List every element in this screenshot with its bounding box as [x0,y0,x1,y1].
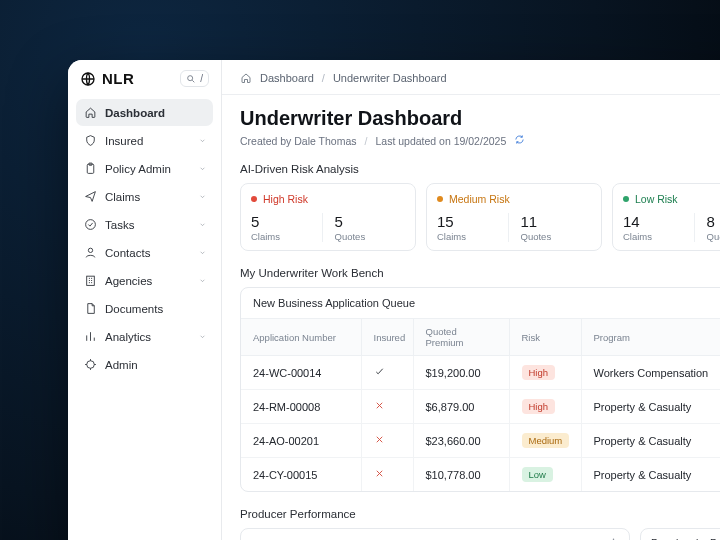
risk-quotes-label: Quotes [707,231,721,242]
user-icon [84,246,97,259]
shield-icon [84,134,97,147]
cell-program: Workers Compensation [581,356,720,390]
cell-risk: Low [509,458,581,492]
col-insured[interactable]: Insured [361,319,413,356]
cell-quoted-premium: $19,200.00 [413,356,509,390]
chevron-down-icon [198,191,207,203]
risk-claims-value: 5 [251,213,322,230]
home-icon [240,72,252,84]
breadcrumb: Dashboard / Underwriter Dashboard [222,60,720,95]
svg-point-4 [86,220,96,230]
crumb-separator: / [322,72,325,84]
sidebar-item-contacts[interactable]: Contacts [76,239,213,266]
sidebar-item-agencies[interactable]: Agencies [76,267,213,294]
crumb-current: Underwriter Dashboard [333,72,447,84]
sidebar-item-admin[interactable]: Admin [76,351,213,378]
workbench-section-title: My Underwriter Work Bench [240,267,720,279]
clipboard-icon [84,162,97,175]
created-by: Created by Dale Thomas [240,135,357,147]
chevron-down-icon [198,135,207,147]
table-row[interactable]: 24-AO-00201$23,660.00MediumProperty & Ca… [241,424,720,458]
check-icon [374,366,385,377]
col-risk[interactable]: Risk [509,319,581,356]
col-program[interactable]: Program [581,319,720,356]
check-icon [84,218,97,231]
search-button[interactable]: / [180,70,209,87]
last-updated: Last updated on 19/02/2025 [375,135,506,147]
sidebar-item-analytics[interactable]: Analytics [76,323,213,350]
cross-icon [374,468,385,479]
risk-badge: High [522,365,556,380]
col-application-number[interactable]: Application Number [241,319,361,356]
sidebar-item-label: Admin [105,359,138,371]
cross-icon [374,434,385,445]
sidebar-item-label: Agencies [105,275,152,287]
settings-icon [84,358,97,371]
search-shortcut: / [200,73,203,84]
bars-icon [84,330,97,343]
risk-card-orange[interactable]: Medium Risk15Claims11Quotes [426,183,602,251]
search-icon [186,74,196,84]
sidebar-item-insured[interactable]: Insured [76,127,213,154]
sidebar-item-tasks[interactable]: Tasks [76,211,213,238]
sidebar-item-label: Documents [105,303,163,315]
risk-level-label: High Risk [263,193,308,205]
risk-claims-label: Claims [623,231,694,242]
brand-text: NLR [102,70,134,87]
sidebar-item-label: Claims [105,191,140,203]
workbench-table: New Business Application Queue Applicati… [240,287,720,492]
risk-badge: Low [522,467,553,482]
table-row[interactable]: 24-RM-00008$6,879.00HighProperty & Casua… [241,390,720,424]
risk-quotes-value: 8 [707,213,721,230]
page-title: Underwriter Dashboard [240,107,720,130]
sidebar-item-label: Insured [105,135,143,147]
sidebar-item-policy-admin[interactable]: Policy Admin [76,155,213,182]
cell-program: Property & Casualty [581,458,720,492]
sidebar-item-claims[interactable]: Claims [76,183,213,210]
cell-insured [361,390,413,424]
premium-card: Premium by Program Property & Casualt 2.… [640,528,720,540]
svg-point-7 [87,361,95,369]
sidebar-item-label: Contacts [105,247,150,259]
nav: DashboardInsuredPolicy AdminClaimsTasksC… [76,99,213,378]
risk-dot [251,196,257,202]
risk-dot [437,196,443,202]
cell-program: Property & Casualty [581,424,720,458]
file-icon [84,302,97,315]
sidebar-item-dashboard[interactable]: Dashboard [76,99,213,126]
sidebar-item-label: Dashboard [105,107,165,119]
building-icon [84,274,97,287]
risk-card-red[interactable]: High Risk5Claims5Quotes [240,183,416,251]
svg-rect-6 [87,276,95,285]
risk-level-label: Low Risk [635,193,678,205]
cell-risk: High [509,356,581,390]
hit-rate-card: Hit Rate by Agency J. Wrike Penz & Co.0.… [240,528,630,540]
crumb-root[interactable]: Dashboard [260,72,314,84]
risk-claims-value: 15 [437,213,508,230]
cell-insured [361,458,413,492]
risk-quotes-label: Quotes [521,231,592,242]
svg-point-5 [88,248,92,252]
risk-claims-value: 14 [623,213,694,230]
cell-quoted-premium: $23,660.00 [413,424,509,458]
risk-card-green[interactable]: Low Risk14Claims8Quotes [612,183,720,251]
risk-claims-label: Claims [251,231,322,242]
app-window: NLR / DashboardInsuredPolicy AdminClaims… [68,60,720,540]
cross-icon [374,400,385,411]
svg-point-1 [188,75,193,80]
table-title: New Business Application Queue [241,288,720,319]
chevron-down-icon [198,331,207,343]
cell-application-number: 24-CY-00015 [241,458,361,492]
sidebar-item-documents[interactable]: Documents [76,295,213,322]
cell-insured [361,356,413,390]
risk-badge: Medium [522,433,570,448]
table-row[interactable]: 24-WC-00014$19,200.00HighWorkers Compens… [241,356,720,390]
refresh-button[interactable] [514,134,525,147]
sidebar-item-label: Policy Admin [105,163,171,175]
risk-dot [623,196,629,202]
col-quoted-premium[interactable]: Quoted Premium [413,319,509,356]
risk-quotes-value: 5 [335,213,406,230]
risk-level-label: Medium Risk [449,193,510,205]
table-row[interactable]: 24-CY-00015$10,778.00LowProperty & Casua… [241,458,720,492]
risk-claims-label: Claims [437,231,508,242]
